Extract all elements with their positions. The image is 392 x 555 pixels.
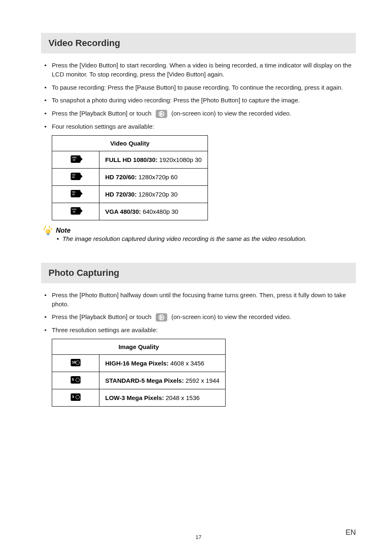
- table-row: 16 HIGH-16 Mega Pixels: 4608 x 3456: [52, 355, 226, 372]
- section-title: Video Recording: [48, 38, 348, 49]
- section-heading-video-recording: Video Recording: [41, 33, 356, 53]
- list-item: Three resolution settings are available:: [41, 326, 356, 335]
- table-row: 108030 FULL HD 1080/30: 1920x1080p 30: [52, 151, 208, 168]
- video-quality-label: FULL HD 1080/30: 1920x1080p 30: [99, 151, 208, 168]
- table-row: 72030 HD 720/30: 1280x720p 30: [52, 185, 208, 203]
- language-label: EN: [346, 528, 356, 537]
- list-item: To pause recording: Press the [Pause But…: [41, 83, 356, 92]
- table-row: 5 STANDARD-5 Mega Pixels: 2592 x 1944: [52, 372, 226, 389]
- list-item: Four resolution settings are available:: [41, 122, 356, 131]
- text-fragment: Press the [Playback Button] or touch: [52, 313, 153, 320]
- list-item: Press the [Video Button] to start record…: [41, 61, 356, 79]
- video-quality-label: VGA 480/30: 640x480p 30: [99, 203, 208, 220]
- text-fragment: (on-screen icon) to view the recorded vi…: [171, 313, 291, 320]
- table-row: VGA30 VGA 480/30: 640x480p 30: [52, 203, 208, 220]
- video-quality-icon-cell: VGA30: [52, 203, 99, 220]
- video-quality-icon-cell: 72030: [52, 185, 99, 203]
- video-quality-icon-cell: 72060: [52, 168, 99, 185]
- page-footer: 17 EN: [0, 534, 392, 540]
- camera-badge-icon: 5: [71, 376, 81, 384]
- image-quality-label: STANDARD-5 Mega Pixels: 2592 x 1944: [99, 372, 226, 389]
- image-quality-label: LOW-3 Mega Pixels: 2048 x 1536: [99, 389, 226, 407]
- photo-capturing-bullets: Press the [Photo Button] halfway down un…: [41, 291, 356, 335]
- image-quality-icon-cell: 16: [52, 355, 99, 372]
- video-badge-icon: 108030: [71, 155, 81, 163]
- video-quality-icon-cell: 108030: [52, 151, 99, 168]
- image-quality-icon-cell: 5: [52, 372, 99, 389]
- image-quality-label: HIGH-16 Mega Pixels: 4608 x 3456: [99, 355, 226, 372]
- video-badge-icon: 72060: [71, 173, 81, 180]
- playback-icon: [156, 110, 167, 118]
- table-row: 3 LOW-3 Mega Pixels: 2048 x 1536: [52, 389, 226, 407]
- list-item: Press the [Playback Button] or touch (on…: [41, 312, 356, 321]
- page-number: 17: [41, 534, 356, 540]
- video-quality-label: HD 720/30: 1280x720p 30: [99, 185, 208, 203]
- note-block: Note The image resolution captured durin…: [44, 227, 356, 242]
- text-fragment: Press the [Playback Button] or touch: [52, 110, 153, 117]
- table-header: Image Quality: [52, 339, 226, 355]
- section-title: Photo Capturing: [48, 268, 348, 278]
- list-item: To snapshot a photo during video recordi…: [41, 96, 356, 105]
- image-quality-table: Image Quality 16 HIGH-16 Mega Pixels: 46…: [52, 339, 226, 407]
- video-recording-bullets: Press the [Video Button] to start record…: [41, 61, 356, 131]
- camera-badge-icon: 3: [71, 393, 81, 401]
- note-text: The image resolution captured during vid…: [56, 235, 356, 242]
- video-quality-table: Video Quality 108030 FULL HD 1080/30: 19…: [52, 135, 208, 220]
- note-title: Note: [56, 227, 356, 234]
- video-badge-icon: 72030: [71, 190, 81, 197]
- page: Video Recording Press the [Video Button]…: [0, 0, 392, 555]
- image-quality-icon-cell: 3: [52, 389, 99, 407]
- table-header: Video Quality: [52, 135, 208, 151]
- lightbulb-icon: [44, 227, 53, 236]
- list-item: Press the [Photo Button] halfway down un…: [41, 291, 356, 309]
- list-item: Press the [Playback Button] or touch (on…: [41, 109, 356, 118]
- section-heading-photo-capturing: Photo Capturing: [41, 263, 356, 283]
- table-row: 72060 HD 720/60: 1280x720p 60: [52, 168, 208, 185]
- video-quality-label: HD 720/60: 1280x720p 60: [99, 168, 208, 185]
- camera-badge-icon: 16: [71, 359, 81, 366]
- playback-icon: [156, 313, 167, 321]
- note-body: Note The image resolution captured durin…: [56, 227, 356, 242]
- video-badge-icon: VGA30: [71, 207, 81, 215]
- text-fragment: (on-screen icon) to view the recorded vi…: [171, 110, 291, 117]
